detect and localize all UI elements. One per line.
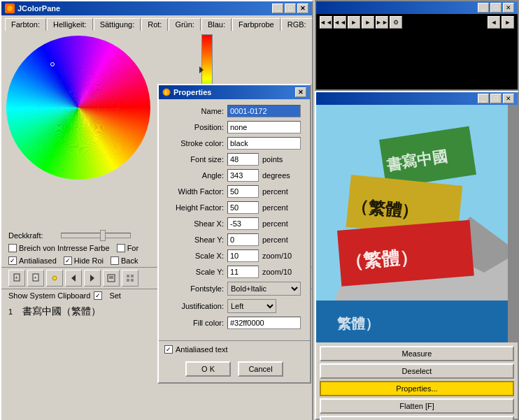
deckkraft-slider-thumb[interactable] — [100, 230, 106, 241]
shear-y-row: Shear Y: percent — [164, 233, 304, 246]
flatten-button[interactable]: Flatten [F] — [320, 398, 514, 414]
nav-next-button[interactable]: ► — [362, 16, 374, 29]
scale-y-row: Scale Y: zoom/10 — [164, 266, 304, 278]
right-arrow-button[interactable] — [84, 270, 101, 287]
hide-roi-checkbox-label[interactable]: ✓ Hide Roi — [64, 256, 104, 265]
tab-gruen[interactable]: Grün: — [169, 18, 201, 31]
tab-farbprobe[interactable]: Farbprobe — [232, 18, 280, 31]
nav-extra-1[interactable]: ◄ — [488, 16, 500, 29]
color-wheel[interactable] — [5, 34, 152, 181]
angle-row: Angle: degrees — [164, 169, 304, 182]
br-maximize-button[interactable]: □ — [490, 94, 502, 103]
img-close-button[interactable]: ✕ — [503, 3, 514, 13]
scale-y-input[interactable] — [227, 266, 259, 278]
breich-checkbox-label[interactable]: Breich von Intrresse Farbe — [8, 244, 110, 252]
nav-play-button[interactable]: ► — [348, 16, 360, 29]
antialiased-text-checkbox[interactable]: ✓ — [164, 345, 173, 354]
fontstyle-select[interactable]: Bold+Italic Bold Italic Plain — [227, 282, 301, 296]
properties-content: Name: Position: Stroke color: Font size:… — [159, 99, 310, 338]
for-checkbox-label[interactable]: For — [117, 244, 139, 252]
minimize-button[interactable]: _ — [272, 3, 283, 13]
properties-title-bar: i Properties ✕ — [159, 85, 310, 99]
back-checkbox-label[interactable]: Back — [111, 256, 138, 265]
antialiased-checkbox-label[interactable]: ✓ Antialiased — [8, 256, 57, 265]
shear-y-input[interactable] — [227, 233, 259, 246]
name-input[interactable] — [227, 105, 301, 117]
fill-color-input[interactable] — [227, 317, 301, 329]
fill-color-label: Fill color: — [164, 319, 224, 327]
breich-checkbox[interactable] — [8, 244, 17, 252]
add-button-1[interactable]: + — [8, 270, 25, 287]
shear-x-input[interactable] — [227, 217, 259, 230]
properties-close-button[interactable]: ✕ — [295, 87, 306, 97]
properties-icon: i — [162, 88, 171, 96]
font-size-input[interactable] — [227, 153, 259, 166]
font-size-row: Font size: points — [164, 153, 304, 166]
antialiased-label-wrapper[interactable]: ✓ Antialiased text — [164, 345, 228, 354]
sys-clipboard-checkbox[interactable]: ✓ — [94, 291, 102, 300]
measure-button[interactable]: Measure — [320, 346, 514, 361]
img-minimize-button[interactable]: _ — [478, 3, 489, 13]
cancel-button[interactable]: Cancel — [238, 361, 283, 377]
edit-button[interactable] — [103, 270, 120, 287]
name-row: Name: — [164, 105, 304, 117]
properties-button[interactable]: Properties... — [320, 381, 514, 396]
nav-prev-prev-button[interactable]: ◄◄ — [334, 16, 346, 29]
tab-saettigung[interactable]: Sättigung: — [94, 18, 141, 31]
img-maximize-button[interactable]: □ — [490, 3, 502, 13]
nav-last-button[interactable]: ⚙ — [390, 16, 402, 29]
font-size-label: Font size: — [164, 155, 224, 164]
br-title-bar: _ □ ✕ — [316, 92, 518, 105]
name-label: Name: — [164, 107, 224, 115]
for-checkbox[interactable] — [117, 244, 125, 252]
back-checkbox[interactable] — [111, 256, 119, 265]
width-factor-unit: percent — [262, 187, 288, 196]
scale-x-unit: zoom/10 — [262, 252, 292, 260]
more-button[interactable]: More » — [320, 416, 514, 420]
antialiased-checkbox[interactable]: ✓ — [8, 256, 17, 265]
hide-roi-checkbox[interactable]: ✓ — [64, 256, 72, 265]
position-input[interactable] — [227, 121, 301, 133]
row-number: 1 — [8, 307, 19, 316]
shear-x-row: Shear X: percent — [164, 217, 304, 230]
tab-blau[interactable]: Blau: — [201, 18, 232, 31]
set-label: Set — [109, 291, 121, 300]
fontstyle-row: Fontstyle: Bold+Italic Bold Italic Plain — [164, 282, 304, 296]
br-minimize-button[interactable]: _ — [478, 94, 489, 103]
grid-button[interactable] — [122, 270, 138, 287]
height-factor-label: Height Factor: — [164, 203, 224, 212]
nav-first-button[interactable]: ◄◄ — [320, 16, 332, 29]
height-factor-input[interactable] — [227, 201, 259, 214]
scale-x-row: Scale X: zoom/10 — [164, 249, 304, 262]
angle-input[interactable] — [227, 169, 259, 182]
stroke-color-input[interactable] — [227, 137, 301, 150]
nav-next-next-button[interactable]: ►► — [376, 16, 388, 29]
shear-y-label: Shear Y: — [164, 236, 224, 244]
scale-y-unit: zoom/10 — [262, 268, 292, 276]
left-arrow-button[interactable] — [65, 270, 82, 287]
scale-x-label: Scale X: — [164, 252, 224, 260]
tab-helligkeit[interactable]: Helligkeit: — [47, 18, 93, 31]
tab-rot[interactable]: Rot: — [141, 18, 168, 31]
color-wheel-container[interactable] — [5, 34, 159, 188]
sys-clipboard-checkbox-label[interactable]: ✓ — [94, 291, 102, 300]
deselect-button[interactable]: Deselect — [320, 363, 514, 379]
width-factor-input[interactable] — [227, 185, 259, 198]
scale-x-input[interactable] — [227, 249, 259, 262]
shear-x-unit: percent — [262, 219, 288, 228]
maximize-button[interactable]: □ — [285, 3, 296, 13]
sys-clipboard-label: Show System Clipboard — [8, 291, 90, 300]
nav-extra-2[interactable]: ► — [502, 16, 514, 29]
add-button-2[interactable]: + — [27, 270, 44, 287]
justification-select[interactable]: Left Center Right — [227, 299, 276, 313]
tab-rgb[interactable]: RGB: — [281, 18, 313, 31]
img-title-bar: _ □ ✕ — [316, 1, 518, 14]
tab-farbton[interactable]: Farbton: — [5, 18, 46, 31]
deckkraft-slider-track[interactable] — [61, 233, 131, 238]
close-button[interactable]: ✕ — [297, 3, 308, 13]
sun-button[interactable] — [46, 270, 63, 287]
height-factor-unit: percent — [262, 203, 288, 212]
br-close-button[interactable]: ✕ — [503, 94, 514, 103]
position-row: Position: — [164, 121, 304, 133]
ok-button[interactable]: O K — [185, 361, 231, 377]
